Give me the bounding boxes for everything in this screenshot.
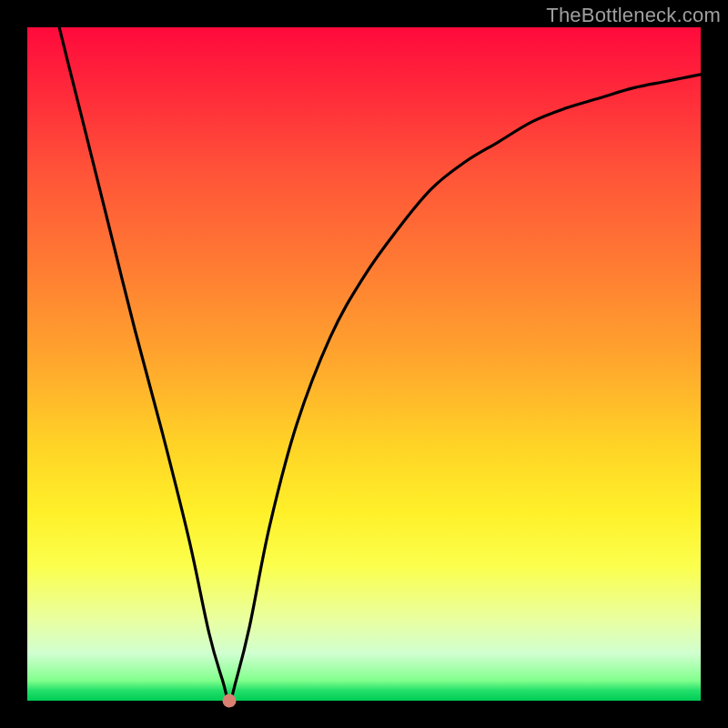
bottleneck-curve — [27, 27, 701, 701]
chart-svg — [27, 27, 701, 701]
minimum-marker — [223, 694, 237, 708]
watermark-label: TheBottleneck.com — [546, 4, 721, 27]
chart-container: TheBottleneck.com — [0, 0, 728, 728]
